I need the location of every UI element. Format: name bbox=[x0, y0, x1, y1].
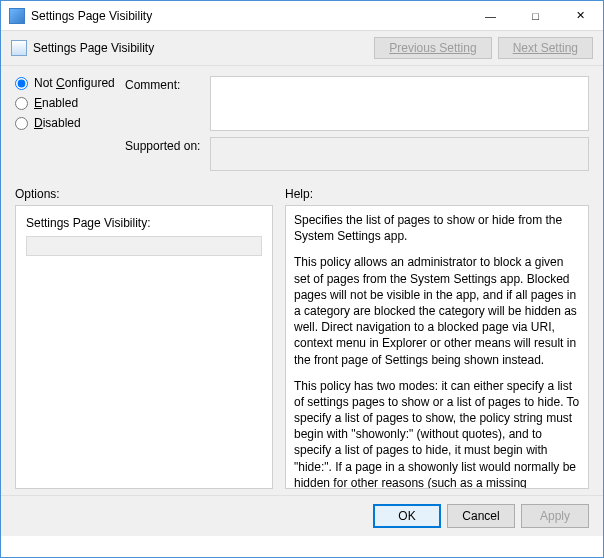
minimize-button[interactable]: ― bbox=[468, 1, 513, 30]
policy-icon bbox=[11, 40, 27, 56]
next-setting-button[interactable]: Next Setting bbox=[498, 37, 593, 59]
radio-not-configured[interactable]: Not Configured bbox=[15, 76, 125, 90]
comment-label: Comment: bbox=[125, 76, 210, 131]
ok-button[interactable]: OK bbox=[373, 504, 441, 528]
toolbar-title: Settings Page Visibility bbox=[33, 41, 368, 55]
maximize-button[interactable]: □ bbox=[513, 1, 558, 30]
previous-setting-button[interactable]: Previous Setting bbox=[374, 37, 491, 59]
options-pane: Settings Page Visibility: bbox=[15, 205, 273, 489]
cancel-button[interactable]: Cancel bbox=[447, 504, 515, 528]
config-area: Not Configured Enabled Disabled Comment:… bbox=[1, 66, 603, 181]
options-label: Options: bbox=[15, 187, 285, 201]
close-button[interactable]: ✕ bbox=[558, 1, 603, 30]
radio-disabled-input[interactable] bbox=[15, 117, 28, 130]
options-field-label: Settings Page Visibility: bbox=[26, 216, 262, 230]
supported-label: Supported on: bbox=[125, 137, 210, 171]
titlebar: Settings Page Visibility ― □ ✕ bbox=[1, 1, 603, 31]
radio-not-configured-input[interactable] bbox=[15, 77, 28, 90]
help-text-p2: This policy allows an administrator to b… bbox=[294, 254, 580, 367]
toolbar: Settings Page Visibility Previous Settin… bbox=[1, 31, 603, 66]
apply-button[interactable]: Apply bbox=[521, 504, 589, 528]
radio-enabled-input[interactable] bbox=[15, 97, 28, 110]
radio-disabled[interactable]: Disabled bbox=[15, 116, 125, 130]
window-title: Settings Page Visibility bbox=[31, 9, 468, 23]
comment-input[interactable] bbox=[210, 76, 589, 131]
radio-enabled-label: Enabled bbox=[34, 96, 78, 110]
lower-panes: Settings Page Visibility: Specifies the … bbox=[1, 205, 603, 495]
app-icon bbox=[9, 8, 25, 24]
section-labels: Options: Help: bbox=[1, 181, 603, 205]
footer: OK Cancel Apply bbox=[1, 495, 603, 536]
help-label: Help: bbox=[285, 187, 589, 201]
settings-page-visibility-input[interactable] bbox=[26, 236, 262, 256]
state-radios: Not Configured Enabled Disabled bbox=[15, 76, 125, 177]
radio-enabled[interactable]: Enabled bbox=[15, 96, 125, 110]
fields: Comment: Supported on: bbox=[125, 76, 589, 177]
help-text-p3: This policy has two modes: it can either… bbox=[294, 378, 580, 489]
help-text-p1: Specifies the list of pages to show or h… bbox=[294, 212, 580, 244]
supported-on-box bbox=[210, 137, 589, 171]
window-controls: ― □ ✕ bbox=[468, 1, 603, 30]
help-pane[interactable]: Specifies the list of pages to show or h… bbox=[285, 205, 589, 489]
radio-disabled-label: Disabled bbox=[34, 116, 81, 130]
radio-not-configured-label: Not Configured bbox=[34, 76, 115, 90]
